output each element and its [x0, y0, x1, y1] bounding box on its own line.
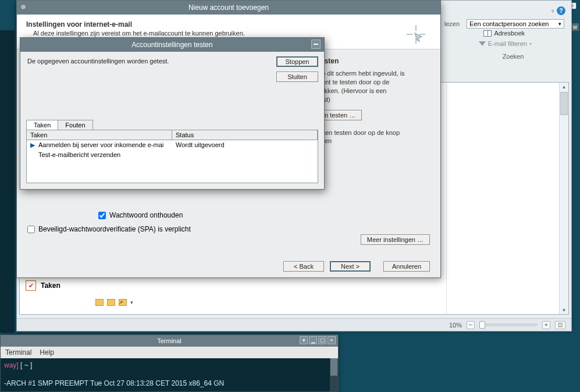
spa-row: Beveiligd-wachtwoordverificatie (SPA) is…: [27, 225, 440, 233]
remember-password-label: Wachtwoord onthouden: [109, 211, 183, 219]
test-account-dialog: Accountinstellingen testen De opgegeven …: [20, 37, 325, 190]
zoom-slider-knob[interactable]: [479, 321, 485, 329]
status-bar: 10% − + ⊡: [17, 318, 571, 331]
test-section-line: klikken. (Hiervoor is een: [318, 87, 429, 95]
dropdown-icon: ▾: [529, 41, 532, 47]
ribbon-collapse-icon[interactable]: ▿: [551, 8, 554, 14]
test-auto-line: ngen testen door op de knop: [318, 129, 429, 137]
right-edge-tab: w: [571, 23, 579, 31]
zoom-out-button[interactable]: −: [467, 321, 475, 329]
task-status: Wordt uitgevoerd: [172, 140, 318, 150]
tab-errors[interactable]: Fouten: [58, 120, 92, 130]
task-name: Aanmelden bij server voor inkomende e-ma…: [35, 140, 172, 150]
scroll-up-icon[interactable]: ▲: [560, 83, 568, 91]
funnel-icon: [479, 41, 486, 46]
task-status: [172, 150, 318, 159]
background-terminal-strip: [0, 30, 15, 333]
remember-password-row: Wachtwoord onthouden: [98, 211, 440, 219]
nav-tasks-item[interactable]: Taken: [26, 280, 61, 291]
remember-password-checkbox[interactable]: [98, 212, 106, 219]
titlebar-menu-icon[interactable]: [311, 40, 321, 49]
tab-tasks[interactable]: Taken: [26, 120, 58, 130]
nav-overflow-icon[interactable]: ▾: [130, 300, 133, 305]
zoom-slider[interactable]: [479, 323, 538, 326]
terminal-scrollbar[interactable]: [330, 358, 338, 391]
window-menu-icon[interactable]: [20, 4, 26, 10]
shortcut-icon[interactable]: [119, 299, 127, 306]
menu-terminal[interactable]: Terminal: [5, 348, 31, 357]
folder-icon[interactable]: [95, 299, 104, 306]
test-dialog-message: De opgegeven accountinstellingen worden …: [27, 58, 317, 65]
test-dialog-title: Accountinstellingen testen: [131, 41, 212, 49]
dropdown-icon[interactable]: ▾: [558, 21, 561, 27]
active-task-icon: ▶: [27, 140, 35, 150]
terminal-line: -ARCH #1 SMP PREEMPT Tue Oct 27 08:13:28…: [4, 379, 335, 389]
tasks-panel: Taken Status ▶ Aanmelden bij server voor…: [26, 130, 318, 183]
test-section-info: testen op dit scherm hebt ingevuld, is o…: [318, 56, 429, 145]
test-section-line: op dit scherm hebt ingevuld, is: [318, 69, 429, 78]
terminal-window: Terminal ▾ ▁ ▢ × Terminal Help way] [ ~ …: [0, 334, 339, 392]
task-row: Test-e-mailbericht verzenden: [27, 150, 318, 159]
cancel-button[interactable]: Annuleren: [383, 261, 430, 272]
wizard-footer: < Back Next > Annuleren: [283, 261, 430, 272]
ribbon-help-area: ▿ ?: [551, 6, 565, 15]
nav-tasks-label: Taken: [41, 281, 61, 290]
terminal-menu-icon[interactable]: ▾: [300, 336, 308, 344]
test-section-line: eist): [318, 95, 429, 104]
terminal-scroll-thumb[interactable]: [330, 358, 337, 376]
scrollbar[interactable]: ▲ ▼: [559, 83, 568, 314]
terminal-min-icon[interactable]: ▁: [309, 336, 317, 344]
terminal-close-icon[interactable]: ×: [328, 336, 336, 344]
col-header-status: Status: [172, 130, 318, 140]
folder-icon[interactable]: [107, 299, 115, 306]
search-contact-placeholder: Een contactpersoon zoeken: [469, 20, 549, 27]
addressbook-label: Adresboek: [494, 30, 525, 37]
terminal-output[interactable]: way] [ ~ ] -ARCH #1 SMP PREEMPT Tue Oct …: [1, 358, 338, 391]
zoom-in-button[interactable]: +: [542, 321, 550, 329]
next-button[interactable]: Next >: [330, 261, 371, 272]
test-section-title: testen: [318, 56, 429, 66]
more-settings-button[interactable]: Meer instellingen …: [361, 234, 430, 245]
nav-folder-shortcuts: ▾: [95, 299, 133, 306]
terminal-prompt-host: way]: [4, 361, 19, 369]
close-dialog-button[interactable]: Sluiten: [276, 72, 318, 82]
terminal-prompt-path: [ ~ ]: [19, 361, 33, 369]
wizard-header-subtitle: Al deze instellingen zijn vereist om het…: [33, 30, 431, 37]
back-button[interactable]: < Back: [283, 261, 324, 272]
right-panel: ▲ ▼: [446, 83, 568, 314]
terminal-max-icon[interactable]: ▢: [318, 336, 326, 344]
terminal-titlebar[interactable]: Terminal ▾ ▁ ▢ ×: [1, 335, 338, 347]
addressbook-icon: [483, 30, 492, 37]
spa-label: Beveiligd-wachtwoordverificatie (SPA) is…: [38, 225, 191, 233]
test-settings-button[interactable]: n testen …: [318, 110, 362, 120]
email-filter-label: E-mail filteren: [488, 40, 527, 47]
task-marker: [27, 150, 35, 159]
addressbook-button[interactable]: Adresboek: [483, 30, 525, 37]
tasks-grid-header: Taken Status: [27, 130, 318, 140]
scroll-thumb[interactable]: [560, 92, 568, 115]
test-section-line: ount te testen door op de: [318, 78, 429, 87]
col-header-tasks: Taken: [27, 130, 172, 140]
wizard-title: Nieuw account toevoegen: [188, 3, 269, 12]
test-dialog-titlebar[interactable]: Accountinstellingen testen: [20, 38, 324, 52]
terminal-title: Terminal: [157, 337, 182, 344]
search-contact-field[interactable]: Een contactpersoon zoeken ▾: [467, 19, 564, 28]
email-filter-button[interactable]: E-mail filteren ▾: [479, 40, 532, 47]
test-auto-line: kken: [318, 137, 429, 145]
task-row: ▶ Aanmelden bij server voor inkomende e-…: [27, 140, 318, 150]
help-icon[interactable]: ?: [557, 6, 565, 15]
terminal-menubar: Terminal Help: [1, 347, 338, 358]
test-dialog-tabs: Taken Fouten: [26, 119, 92, 129]
zoom-percent: 10%: [449, 322, 462, 329]
task-name: Test-e-mailbericht verzenden: [35, 150, 172, 159]
wizard-cursor-icon: [404, 23, 428, 46]
ribbon-group-zoeken: Zoeken: [490, 53, 536, 60]
tasks-icon: [26, 280, 36, 291]
scroll-down-icon[interactable]: ▼: [560, 306, 568, 314]
stop-button[interactable]: Stoppen: [276, 56, 318, 67]
wizard-header-title: Instellingen voor internet-e-mail: [26, 20, 431, 28]
zoom-reset-button[interactable]: ⊡: [555, 321, 565, 329]
menu-help[interactable]: Help: [40, 348, 54, 357]
wizard-titlebar[interactable]: Nieuw account toevoegen: [17, 1, 440, 15]
spa-checkbox[interactable]: [27, 226, 35, 233]
